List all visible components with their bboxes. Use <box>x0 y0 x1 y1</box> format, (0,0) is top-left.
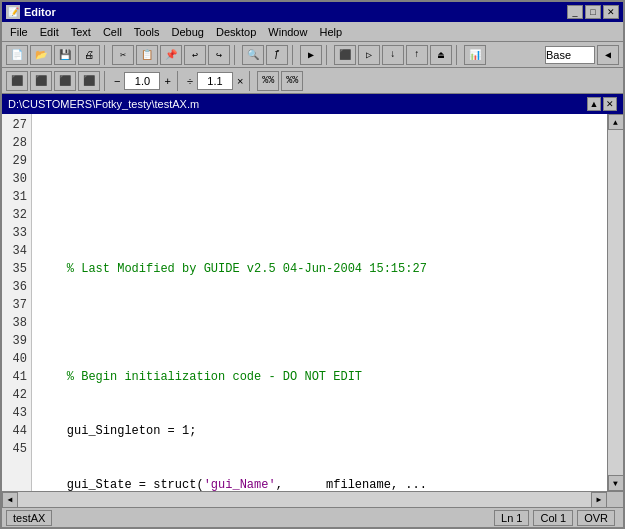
status-ln: Ln 1 <box>494 510 529 526</box>
window-title: Editor <box>24 6 56 18</box>
scroll-corner <box>607 492 623 508</box>
menu-edit[interactable]: Edit <box>34 24 65 40</box>
debug2-button[interactable]: ▷ <box>358 45 380 65</box>
code-editor[interactable]: % Last Modified by GUIDE v2.5 04-Jun-200… <box>32 114 607 491</box>
ln-29: 29 <box>6 152 27 170</box>
save-button[interactable]: 💾 <box>54 45 76 65</box>
separator1 <box>104 45 108 65</box>
horizontal-scrollbar[interactable]: ◀ ▶ <box>2 492 607 507</box>
ln-31: 31 <box>6 188 27 206</box>
ln-28: 28 <box>6 134 27 152</box>
scroll-left-button[interactable]: ◀ <box>2 492 18 508</box>
ln-43: 43 <box>6 404 27 422</box>
minimize-button[interactable]: _ <box>567 5 583 19</box>
ln-34: 34 <box>6 242 27 260</box>
menu-text[interactable]: Text <box>65 24 97 40</box>
debug3-button[interactable]: ↓ <box>382 45 404 65</box>
ln-33: 33 <box>6 224 27 242</box>
status-ovr: OVR <box>577 510 615 526</box>
ln-41: 41 <box>6 368 27 386</box>
maximize-button[interactable]: □ <box>585 5 601 19</box>
base-input[interactable] <box>545 46 595 64</box>
find-button[interactable]: 🔍 <box>242 45 264 65</box>
redo-button[interactable]: ↪ <box>208 45 230 65</box>
title-bar: 📝 Editor _ □ ✕ <box>2 2 623 22</box>
menu-debug[interactable]: Debug <box>166 24 210 40</box>
toolbar-right: ◀ <box>545 45 619 65</box>
paste-button[interactable]: 📌 <box>160 45 182 65</box>
code-line-33: gui_State = struct('gui_Name', mfilename… <box>38 476 601 491</box>
code-line-30 <box>38 314 601 332</box>
vertical-scrollbar[interactable]: ▲ ▼ <box>607 114 623 491</box>
path-buttons: ▲ ✕ <box>587 97 617 111</box>
copy-button[interactable]: 📋 <box>136 45 158 65</box>
scroll-track-v[interactable] <box>608 130 623 475</box>
menu-window[interactable]: Window <box>262 24 313 40</box>
ln-36: 36 <box>6 278 27 296</box>
menu-bar: File Edit Text Cell Tools Debug Desktop … <box>2 22 623 42</box>
status-bar: testAX Ln 1 Col 1 OVR <box>2 507 623 527</box>
debug5-button[interactable]: ⏏ <box>430 45 452 65</box>
func-button[interactable]: ƒ <box>266 45 288 65</box>
separator7 <box>177 71 181 91</box>
print-button[interactable]: 🖨 <box>78 45 100 65</box>
h-scrollbar-container: ◀ ▶ <box>2 491 623 507</box>
toolbar-row2: ⬛ ⬛ ⬛ ⬛ − + ÷ × %% %% <box>2 68 623 94</box>
ln-45: 45 <box>6 440 27 458</box>
separator2 <box>234 45 238 65</box>
toolbar2-btn4[interactable]: ⬛ <box>78 71 100 91</box>
collapse-button[interactable]: ◀ <box>597 45 619 65</box>
toolbar-row1: 📄 📂 💾 🖨 ✂ 📋 📌 ↩ ↪ 🔍 ƒ ▶ ⬛ ▷ ↓ ↑ ⏏ 📊 ◀ <box>2 42 623 68</box>
ln-42: 42 <box>6 386 27 404</box>
editor-window: 📝 Editor _ □ ✕ File Edit Text Cell Tools… <box>0 0 625 529</box>
scroll-right-button[interactable]: ▶ <box>591 492 607 508</box>
menu-desktop[interactable]: Desktop <box>210 24 262 40</box>
zoom-input1[interactable] <box>124 72 160 90</box>
menu-cell[interactable]: Cell <box>97 24 128 40</box>
path-bar: D:\CUSTOMERS\Fotky_testy\testAX.m ▲ ✕ <box>2 94 623 114</box>
stack-button[interactable]: 📊 <box>464 45 486 65</box>
close-button[interactable]: ✕ <box>603 5 619 19</box>
minus-label: − <box>112 75 122 87</box>
ln-27: 27 <box>6 116 27 134</box>
new-button[interactable]: 📄 <box>6 45 28 65</box>
special2-btn[interactable]: %% <box>281 71 303 91</box>
ln-30: 30 <box>6 170 27 188</box>
ln-40: 40 <box>6 350 27 368</box>
special1-btn[interactable]: %% <box>257 71 279 91</box>
separator8 <box>249 71 253 91</box>
scroll-track-h[interactable] <box>18 492 591 507</box>
title-bar-left: 📝 Editor <box>6 5 56 19</box>
debug1-button[interactable]: ⬛ <box>334 45 356 65</box>
zoom-input2[interactable] <box>197 72 233 90</box>
ln-35: 35 <box>6 260 27 278</box>
open-button[interactable]: 📂 <box>30 45 52 65</box>
code-line-32: gui_Singleton = 1; <box>38 422 601 440</box>
debug4-button[interactable]: ↑ <box>406 45 428 65</box>
ln-39: 39 <box>6 332 27 350</box>
toolbar2-btn1[interactable]: ⬛ <box>6 71 28 91</box>
code-line-31: % Begin initialization code - DO NOT EDI… <box>38 368 601 386</box>
menu-tools[interactable]: Tools <box>128 24 166 40</box>
toolbar2-btn3[interactable]: ⬛ <box>54 71 76 91</box>
run-button[interactable]: ▶ <box>300 45 322 65</box>
editor-area: 27 28 29 30 31 32 33 34 35 36 37 38 39 4… <box>2 114 623 491</box>
code-line-29: % Last Modified by GUIDE v2.5 04-Jun-200… <box>38 260 601 278</box>
path-expand-btn[interactable]: ▲ <box>587 97 601 111</box>
separator6 <box>104 71 108 91</box>
divide-label: ÷ <box>185 75 195 87</box>
toolbar2-btn2[interactable]: ⬛ <box>30 71 52 91</box>
title-buttons: _ □ ✕ <box>567 5 619 19</box>
line-numbers: 27 28 29 30 31 32 33 34 35 36 37 38 39 4… <box>2 114 32 491</box>
path-close-btn[interactable]: ✕ <box>603 97 617 111</box>
menu-help[interactable]: Help <box>313 24 348 40</box>
plus-label: + <box>162 75 172 87</box>
ln-44: 44 <box>6 422 27 440</box>
scroll-down-button[interactable]: ▼ <box>608 475 624 491</box>
undo-button[interactable]: ↩ <box>184 45 206 65</box>
cut-button[interactable]: ✂ <box>112 45 134 65</box>
scroll-up-button[interactable]: ▲ <box>608 114 624 130</box>
code-line-28 <box>38 206 601 224</box>
menu-file[interactable]: File <box>4 24 34 40</box>
ln-32: 32 <box>6 206 27 224</box>
